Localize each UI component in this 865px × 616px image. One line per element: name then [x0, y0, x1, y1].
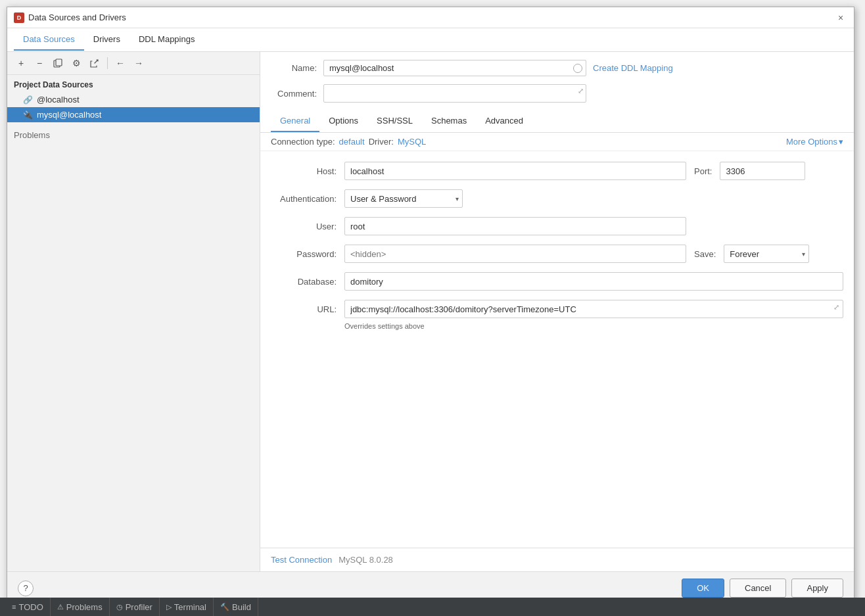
tab-options[interactable]: Options [319, 110, 367, 132]
todo-icon: ≡ [12, 603, 16, 611]
host-input[interactable] [344, 162, 686, 180]
forward-button[interactable]: → [131, 56, 146, 70]
password-label: Password: [271, 249, 337, 259]
app-icon: D [14, 12, 24, 23]
auth-select-wrapper: User & Password No auth LDAP Kerberos ▾ [344, 189, 463, 208]
top-tab-bar: Data Sources Drivers DDL Mappings [7, 28, 854, 52]
test-connection-link[interactable]: Test Connection [271, 555, 332, 565]
status-problems[interactable]: ⚠ Problems [51, 598, 110, 616]
password-input[interactable] [344, 245, 686, 263]
build-label: Build [232, 602, 251, 612]
profiler-label: Profiler [126, 602, 152, 612]
tab-ddl-mappings[interactable]: DDL Mappings [129, 29, 204, 51]
close-button[interactable]: × [834, 11, 847, 24]
auth-select[interactable]: User & Password No auth LDAP Kerberos [344, 189, 463, 208]
user-input[interactable] [344, 217, 686, 235]
url-note: Overrides settings above [344, 322, 843, 330]
url-row: URL: ⤢ [271, 300, 843, 318]
comment-label: Comment: [271, 89, 317, 99]
tab-general[interactable]: General [271, 110, 319, 132]
password-row: Password: Save: Forever Until restart Ne… [271, 245, 843, 263]
inner-tab-bar: General Options SSH/SSL Schemas Advanced [260, 110, 854, 133]
status-profiler[interactable]: ◷ Profiler [110, 598, 160, 616]
title-bar: D Data Sources and Drivers × [7, 7, 854, 28]
comment-input[interactable] [323, 84, 586, 103]
database-label: Database: [271, 277, 337, 287]
tree-item-mysql-localhost[interactable]: 🔌 mysql@localhost [7, 107, 260, 122]
tab-drivers[interactable]: Drivers [84, 29, 129, 51]
dialog-window: D Data Sources and Drivers × Data Source… [7, 7, 854, 605]
comment-input-wrapper: ⤢ [323, 84, 586, 103]
test-connection-bar: Test Connection MySQL 8.0.28 [260, 548, 854, 571]
user-label: User: [271, 222, 337, 231]
problems-section: Problems [7, 122, 260, 148]
todo-label: TODO [18, 602, 43, 612]
create-ddl-link[interactable]: Create DDL Mapping [593, 63, 673, 73]
tree-item-localhost[interactable]: 🔗 @localhost [7, 92, 260, 107]
expand-icon[interactable]: ⤢ [578, 87, 584, 95]
copy-button[interactable] [51, 56, 65, 70]
chevron-down-icon: ▾ [839, 137, 843, 147]
localhost-icon: 🔗 [23, 95, 33, 105]
host-row: Host: Port: [271, 162, 843, 180]
problems-status-icon: ⚠ [57, 603, 64, 611]
database-row: Database: [271, 272, 843, 291]
svg-rect-1 [56, 59, 62, 66]
test-connection-status: MySQL 8.0.28 [339, 555, 393, 565]
apply-button[interactable]: Apply [791, 579, 843, 598]
tab-schemas[interactable]: Schemas [422, 110, 476, 132]
name-label: Name: [271, 63, 317, 73]
mysql-localhost-icon: 🔌 [23, 110, 33, 120]
section-header: Project Data Sources [7, 75, 260, 92]
problems-status-label: Problems [66, 602, 103, 612]
help-button[interactable]: ? [18, 580, 34, 596]
localhost-label: @localhost [37, 95, 80, 105]
mysql-localhost-label: mysql@localhost [37, 110, 101, 120]
remove-button[interactable]: − [32, 56, 47, 70]
tab-data-sources[interactable]: Data Sources [14, 29, 84, 51]
tab-advanced[interactable]: Advanced [476, 110, 532, 132]
build-icon: 🔨 [220, 603, 229, 611]
spinner-icon [573, 64, 582, 73]
comment-row: Comment: ⤢ [260, 82, 854, 110]
right-panel: Name: Create DDL Mapping Comment: ⤢ Gene… [260, 52, 854, 571]
tab-ssh-ssl[interactable]: SSH/SSL [367, 110, 422, 132]
name-row: Name: Create DDL Mapping [260, 52, 854, 82]
add-button[interactable]: + [14, 56, 28, 70]
status-todo[interactable]: ≡ TODO [5, 598, 51, 616]
problems-label: Problems [14, 130, 50, 140]
main-content: + − ⚙ ← → Project D [7, 52, 854, 571]
url-expand-icon[interactable]: ⤢ [833, 303, 839, 312]
settings-button[interactable]: ⚙ [69, 56, 83, 70]
form-area: Host: Port: Authentication: User & Passw… [260, 151, 854, 341]
export-button[interactable] [87, 56, 102, 70]
terminal-icon: ▷ [166, 603, 172, 611]
auth-row: Authentication: User & Password No auth … [271, 189, 843, 208]
name-input[interactable] [323, 60, 586, 76]
port-input[interactable] [720, 162, 805, 180]
save-select-wrapper: Forever Until restart Never ▾ [724, 245, 809, 263]
left-toolbar: + − ⚙ ← → [7, 52, 260, 75]
status-terminal[interactable]: ▷ Terminal [160, 598, 214, 616]
save-label: Save: [694, 249, 716, 259]
auth-label: Authentication: [271, 194, 337, 204]
title-bar-left: D Data Sources and Drivers [14, 12, 126, 23]
host-label: Host: [271, 166, 337, 176]
database-input[interactable] [344, 272, 843, 291]
left-panel: + − ⚙ ← → Project D [7, 52, 260, 571]
url-input[interactable] [344, 300, 843, 318]
cancel-button[interactable]: Cancel [730, 579, 786, 598]
ok-button[interactable]: OK [682, 579, 724, 598]
conn-info-bar: Connection type: default Driver: MySQL M… [260, 133, 854, 151]
profiler-icon: ◷ [116, 603, 123, 611]
driver-value[interactable]: MySQL [398, 137, 426, 147]
save-select[interactable]: Forever Until restart Never [724, 245, 809, 263]
user-row: User: [271, 217, 843, 235]
back-button[interactable]: ← [113, 56, 128, 70]
toolbar-separator [107, 57, 108, 69]
status-build[interactable]: 🔨 Build [214, 598, 258, 616]
more-options-link[interactable]: More Options ▾ [786, 137, 843, 147]
dialog-title: Data Sources and Drivers [28, 12, 126, 22]
status-bar: ≡ TODO ⚠ Problems ◷ Profiler ▷ Terminal … [0, 598, 865, 616]
conn-type-value[interactable]: default [339, 137, 365, 147]
